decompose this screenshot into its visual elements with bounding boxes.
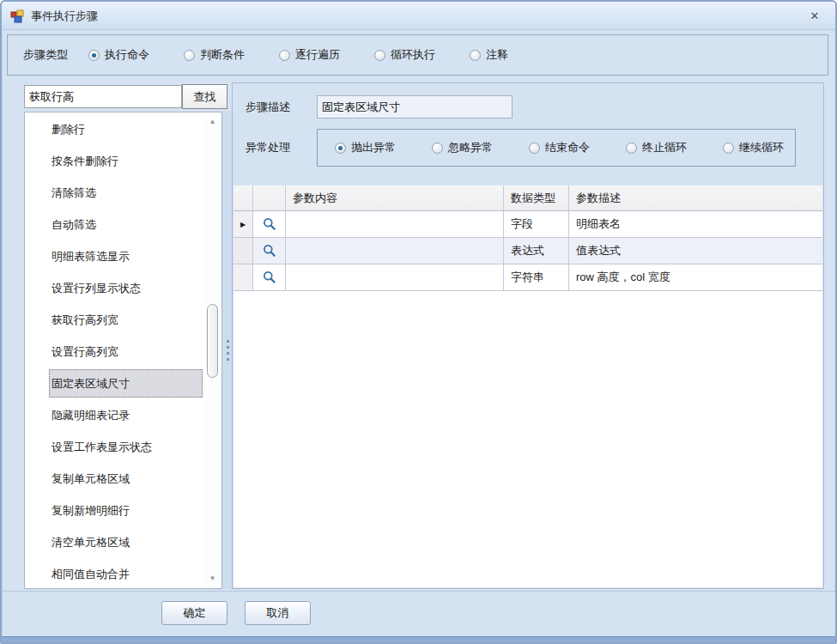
grid-header-indicator — [234, 185, 253, 211]
radio-label: 继续循环 — [739, 140, 784, 155]
radio-loop-execute[interactable]: 循环执行 — [374, 47, 435, 63]
grid-header-param-content[interactable]: 参数内容 — [286, 185, 504, 211]
list-item[interactable]: 获取行高列宽 — [25, 304, 203, 336]
radio-label: 逐行遍历 — [295, 47, 340, 63]
radio-label: 循环执行 — [391, 47, 435, 63]
radio-end-command[interactable]: 结束命令 — [529, 140, 590, 155]
param-desc-cell: row 高度，col 宽度 — [569, 264, 822, 291]
radio-ignore-exception[interactable]: 忽略异常 — [432, 140, 493, 155]
dialog-bottom-edge — [2, 636, 835, 642]
radio-icon — [529, 143, 540, 154]
row-header-cell — [234, 264, 253, 291]
grid-header-param-desc[interactable]: 参数描述 — [569, 185, 822, 211]
lookup-cell — [253, 211, 286, 238]
radio-row-traverse[interactable]: 逐行遍历 — [279, 47, 340, 63]
step-type-label: 步骤类型 — [23, 47, 78, 63]
param-desc-cell: 值表达式 — [569, 238, 822, 264]
grid-header-row: 参数内容 数据类型 参数描述 — [234, 185, 822, 211]
list-item-label: 清除筛选 — [52, 186, 96, 199]
magnifier-icon[interactable] — [253, 211, 285, 237]
list-item[interactable]: 删除行 — [25, 113, 203, 145]
radio-continue-loop[interactable]: 继续循环 — [723, 140, 784, 155]
table-row[interactable]: ▶ 字段 明细表名 — [234, 211, 822, 238]
list-item-label: 获取行高列宽 — [52, 313, 118, 326]
data-type-cell: 字符串 — [504, 264, 569, 291]
magnifier-icon[interactable] — [253, 238, 285, 264]
radio-icon — [335, 143, 346, 154]
param-content-cell[interactable] — [286, 238, 504, 264]
list-item[interactable]: 明细表筛选显示 — [25, 240, 203, 272]
lookup-cell — [253, 264, 286, 291]
list-item-label: 设置工作表显示状态 — [52, 440, 152, 453]
list-item[interactable]: 清空单元格区域 — [25, 526, 203, 558]
table-row[interactable]: 字符串 row 高度，col 宽度 — [234, 264, 822, 291]
radio-throw-exception[interactable]: 抛出异常 — [335, 140, 396, 155]
list-item[interactable]: 隐藏明细表记录 — [25, 399, 203, 431]
exception-radio-group: 抛出异常 忽略异常 结束命令 终止循环 继续循环 — [335, 140, 784, 155]
list-item[interactable]: 设置行列显示状态 — [25, 272, 203, 304]
list-item-label: 按条件删除行 — [52, 155, 118, 167]
list-scrollbar[interactable]: ▲ ▼ — [204, 113, 221, 587]
ok-button[interactable]: 确定 — [161, 601, 227, 625]
close-icon[interactable]: ✕ — [805, 8, 824, 25]
radio-label: 终止循环 — [642, 140, 687, 155]
radio-execute-command[interactable]: 执行命令 — [88, 47, 149, 63]
magnifier-icon[interactable] — [253, 264, 285, 290]
list-item-label: 设置行高列宽 — [52, 345, 118, 358]
list-item[interactable]: 复制新增明细行 — [25, 495, 203, 526]
exception-handling-label: 异常处理 — [246, 129, 290, 167]
data-type-cell: 表达式 — [504, 238, 569, 264]
table-row[interactable]: 表达式 值表达式 — [234, 238, 822, 264]
step-type-panel: 步骤类型 执行命令 判断条件 逐行遍历 循环执行 注释 — [7, 34, 828, 76]
param-content-cell[interactable] — [286, 211, 504, 238]
cancel-button[interactable]: 取消 — [245, 601, 311, 625]
row-header-cell: ▶ — [234, 211, 253, 238]
list-item-label: 复制单元格区域 — [52, 472, 130, 485]
radio-comment[interactable]: 注释 — [470, 47, 508, 63]
step-description-input[interactable] — [317, 95, 513, 118]
list-item[interactable]: 复制单元格区域 — [25, 463, 203, 495]
list-item-selected[interactable]: 固定表区域尺寸 — [25, 368, 203, 399]
command-list: 删除行 按条件删除行 清除筛选 自动筛选 明细表筛选显示 设置行列显示状态 获取… — [24, 112, 222, 589]
list-item[interactable]: 清除筛选 — [25, 177, 203, 209]
radio-label: 抛出异常 — [351, 140, 396, 155]
radio-label: 判断条件 — [200, 47, 245, 63]
app-form-icon — [10, 9, 24, 23]
title-bar: 事件执行步骤 ✕ — [2, 2, 835, 30]
radio-stop-loop[interactable]: 终止循环 — [626, 140, 687, 155]
detail-panel: 步骤描述 异常处理 抛出异常 忽略异常 结束命令 终止循环 — [232, 82, 824, 589]
radio-icon — [470, 50, 481, 61]
data-type-cell: 字段 — [504, 211, 569, 238]
scroll-up-icon[interactable]: ▲ — [204, 115, 221, 129]
lookup-cell — [253, 238, 286, 264]
radio-icon — [626, 143, 637, 154]
list-item-label: 相同值自动合并 — [52, 568, 130, 580]
radio-label: 注释 — [486, 47, 508, 63]
list-item[interactable]: 自动筛选 — [25, 209, 203, 240]
list-item-label: 自动筛选 — [52, 218, 96, 231]
scroll-down-icon[interactable]: ▼ — [204, 572, 221, 586]
find-button[interactable]: 查找 — [182, 84, 227, 109]
list-item[interactable]: 相同值自动合并 — [25, 558, 203, 589]
param-content-cell[interactable] — [286, 264, 504, 291]
step-type-radio-group: 执行命令 判断条件 逐行遍历 循环执行 注释 — [88, 47, 508, 63]
list-item[interactable]: 设置工作表显示状态 — [25, 431, 203, 463]
list-item-label: 清空单元格区域 — [52, 536, 130, 549]
param-desc-cell: 明细表名 — [569, 211, 822, 238]
step-description-label: 步骤描述 — [246, 95, 290, 118]
radio-icon — [432, 143, 443, 154]
search-input[interactable] — [24, 85, 182, 108]
list-item[interactable]: 按条件删除行 — [25, 145, 203, 177]
radio-label: 忽略异常 — [448, 140, 493, 155]
exception-handling-group: 抛出异常 忽略异常 结束命令 终止循环 继续循环 — [317, 129, 796, 167]
list-item[interactable]: 设置行高列宽 — [25, 336, 203, 368]
radio-icon — [374, 50, 385, 61]
scrollbar-thumb[interactable] — [207, 304, 218, 378]
grid-header-lookup — [253, 185, 286, 211]
radio-label: 结束命令 — [545, 140, 590, 155]
command-list-items: 删除行 按条件删除行 清除筛选 自动筛选 明细表筛选显示 设置行列显示状态 获取… — [25, 113, 203, 589]
row-header-cell — [234, 238, 253, 264]
radio-label: 执行命令 — [105, 47, 149, 63]
grid-header-data-type[interactable]: 数据类型 — [504, 185, 569, 211]
radio-judge-condition[interactable]: 判断条件 — [184, 47, 245, 63]
